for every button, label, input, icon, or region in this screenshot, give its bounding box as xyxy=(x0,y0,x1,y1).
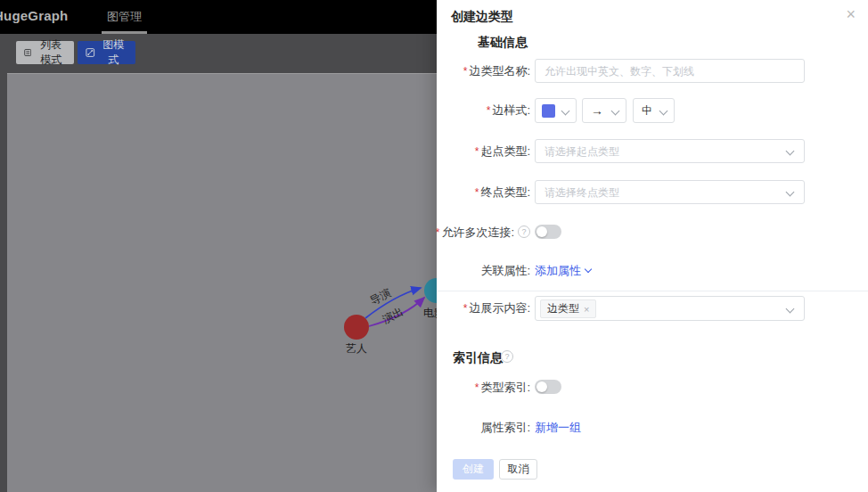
graph-svg: 导演 演出 艺人 电影 xyxy=(7,74,437,492)
node-movie-label: 电影 xyxy=(423,307,437,319)
display-tag: 边类型 × xyxy=(540,299,596,318)
field-row-type-index: *类型索引: xyxy=(437,380,868,395)
required-mark: * xyxy=(475,381,479,394)
add-index-group-link-text: 新增一组 xyxy=(535,420,581,436)
display-tag-text: 边类型 xyxy=(547,301,579,316)
cancel-button[interactable]: 取消 xyxy=(499,459,537,480)
tag-remove-icon[interactable]: × xyxy=(584,304,589,315)
target-label-text: 终点类型: xyxy=(480,185,530,199)
chevron-down-icon xyxy=(786,305,795,314)
tab-graph-management-label: 图管理 xyxy=(107,10,142,23)
multi-connect-label-text: 允许多次连接: xyxy=(441,226,514,239)
list-mode-button[interactable]: 列表模式 xyxy=(16,41,74,64)
source-label: *起点类型: xyxy=(475,144,530,160)
view-mode-toolbar: 列表模式 图模式 xyxy=(0,34,437,73)
name-label: *边类型名称: xyxy=(463,63,530,79)
field-row-prop-index: 属性索引: 新增一组 xyxy=(437,420,868,435)
source-type-placeholder: 请选择起点类型 xyxy=(545,144,619,159)
add-property-link[interactable]: 添加属性 xyxy=(535,263,591,279)
field-row-multi-connect: *允许多次连接: ? xyxy=(437,225,868,240)
target-type-placeholder: 请选择终点类型 xyxy=(545,184,619,200)
edge-color-select[interactable] xyxy=(535,98,577,123)
create-edge-type-drawer: 创建边类型 × 基础信息 *边类型名称: *边样式: → 中 xyxy=(437,0,868,492)
type-index-label: *类型索引: xyxy=(475,380,530,396)
edge-thickness-select[interactable]: 中 xyxy=(633,98,675,123)
required-mark: * xyxy=(475,186,479,199)
app-window: HugeGraph 图管理 列表模式 xyxy=(0,0,868,492)
list-mode-label: 列表模式 xyxy=(36,37,66,68)
field-row-style: *边样式: → 中 xyxy=(437,98,868,123)
add-index-group-link[interactable]: 新增一组 xyxy=(535,420,581,436)
required-mark: * xyxy=(436,226,440,239)
list-mode-icon xyxy=(24,47,31,58)
section-basic-info: 基础信息 xyxy=(478,35,528,51)
chevron-down-icon xyxy=(611,107,620,116)
source-label-text: 起点类型: xyxy=(480,144,530,158)
field-row-target: *终点类型: 请选择终点类型 xyxy=(437,180,868,204)
multi-connect-label: *允许多次连接: xyxy=(436,225,514,241)
field-row-name: *边类型名称: xyxy=(437,59,868,83)
type-index-label-text: 类型索引: xyxy=(480,381,530,394)
arrow-glyph: → xyxy=(591,103,603,118)
graph-mode-label: 图模式 xyxy=(100,37,128,68)
background-page: HugeGraph 图管理 列表模式 xyxy=(0,0,437,492)
style-label: *边样式: xyxy=(487,102,530,119)
thickness-value: 中 xyxy=(642,103,652,119)
hugegraph-logo: HugeGraph xyxy=(0,8,68,23)
name-label-text: 边类型名称: xyxy=(469,64,530,78)
close-icon[interactable]: × xyxy=(846,6,856,22)
chevron-down-icon xyxy=(585,266,592,273)
help-icon[interactable]: ? xyxy=(518,226,530,238)
field-row-source: *起点类型: 请选择起点类型 xyxy=(437,139,868,163)
properties-label: 关联属性: xyxy=(480,263,530,279)
type-index-toggle[interactable] xyxy=(535,380,561,394)
add-property-link-text: 添加属性 xyxy=(535,263,581,279)
tab-graph-management[interactable]: 图管理 xyxy=(100,0,149,34)
field-row-display: *边展示内容: 边类型 × xyxy=(437,296,868,321)
chevron-down-icon xyxy=(786,188,795,197)
display-label-text: 边展示内容: xyxy=(469,301,530,315)
create-button[interactable]: 创建 xyxy=(453,459,494,480)
required-mark: * xyxy=(487,104,491,117)
drawer-title: 创建边类型 xyxy=(451,9,513,25)
required-mark: * xyxy=(463,65,468,78)
chevron-down-icon xyxy=(786,147,795,156)
prop-index-label: 属性索引: xyxy=(480,420,530,436)
help-icon[interactable]: ? xyxy=(501,350,513,363)
edge-direct-label: 导演 xyxy=(368,286,393,307)
chevron-down-icon xyxy=(561,107,570,116)
top-nav-bar: HugeGraph 图管理 xyxy=(0,0,437,34)
node-movie[interactable] xyxy=(424,278,437,303)
display-content-select[interactable]: 边类型 × xyxy=(535,296,805,321)
chevron-down-icon xyxy=(659,107,668,116)
edge-arrow-select[interactable]: → xyxy=(582,98,626,123)
section-index-info: 索引信息 xyxy=(453,350,503,366)
section-divider xyxy=(437,291,868,291)
display-label: *边展示内容: xyxy=(463,300,530,316)
graph-mode-icon xyxy=(86,47,95,58)
graph-mode-button[interactable]: 图模式 xyxy=(78,41,135,64)
target-type-select[interactable]: 请选择终点类型 xyxy=(535,180,805,204)
field-row-properties: 关联属性: 添加属性 xyxy=(437,263,868,278)
edge-color-swatch xyxy=(542,104,555,118)
style-label-text: 边样式: xyxy=(492,103,530,117)
required-mark: * xyxy=(463,302,468,315)
required-mark: * xyxy=(475,145,479,158)
node-artist-label: 艺人 xyxy=(346,342,367,355)
multi-connect-toggle[interactable] xyxy=(535,225,561,239)
edge-perform-label: 演出 xyxy=(381,305,405,325)
graph-canvas[interactable]: 导演 演出 艺人 电影 xyxy=(7,73,437,492)
source-type-select[interactable]: 请选择起点类型 xyxy=(535,139,805,163)
node-artist[interactable] xyxy=(344,315,369,340)
target-label: *终点类型: xyxy=(475,184,530,201)
edge-type-name-input[interactable] xyxy=(535,59,805,83)
